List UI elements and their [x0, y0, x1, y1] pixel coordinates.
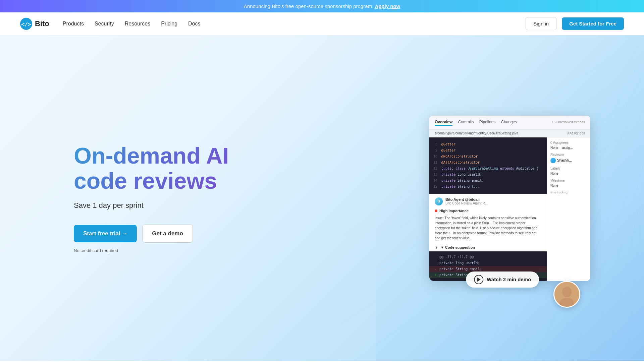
code-line-10: 10 @NoArgsConstructor — [429, 154, 547, 160]
svg-point-3 — [562, 287, 572, 297]
card-body: 8 @Getter 9 @Setter 10 @NoArgsConstructo… — [429, 137, 590, 281]
play-triangle — [477, 277, 481, 282]
code-line-12: 12 public class UserJiraSetting extends … — [429, 166, 547, 172]
agent-name: Bito Agent @bitoa... — [445, 197, 488, 201]
code-line-15: 15 private String t... — [429, 184, 547, 190]
issue-text: Issue: The 'token' field, which likely c… — [429, 214, 547, 244]
reviewer-row: Shashik... — [550, 158, 587, 163]
no-credit-text: No credit card required — [74, 248, 229, 253]
tab-pipelines[interactable]: Pipelines — [479, 119, 496, 126]
agent-avatar: B — [435, 197, 443, 205]
card-main: 8 @Getter 9 @Setter 10 @NoArgsConstructo… — [429, 137, 547, 281]
get-started-button[interactable]: Get Started for Free — [562, 17, 624, 30]
navbar-right: Sign in Get Started for Free — [526, 17, 624, 30]
start-trial-button[interactable]: Start free trial → — [74, 225, 137, 242]
assignees-label: 0 Assignees — [550, 141, 587, 144]
reviewer-avatar — [550, 158, 556, 163]
unresolved-count: 16 unresolved threads — [552, 120, 585, 124]
svg-text:</>: </> — [21, 21, 31, 27]
tab-changes[interactable]: Changes — [501, 119, 517, 126]
agent-info: Bito Agent @bitoa... Bito Code Review Ag… — [445, 197, 488, 205]
nav-links: Products Security Resources Pricing Docs — [63, 21, 201, 27]
user-avatar-svg — [554, 282, 579, 307]
user-avatar-overlay — [553, 281, 580, 308]
get-demo-button[interactable]: Get a demo — [142, 225, 193, 243]
navbar-left: </> Bito Products Security Resources Pri… — [20, 18, 201, 30]
nav-pricing[interactable]: Pricing — [161, 21, 177, 26]
diff-context: private long userId; — [429, 260, 547, 266]
announcement-text: Announcing Bito's free open-source spons… — [244, 3, 373, 9]
red-dot — [435, 209, 437, 212]
hero-title: On-demand AI code reviews — [74, 143, 229, 193]
agent-subtitle: Bito Code Review Agent R... — [445, 201, 488, 205]
card-header: Overview Commits Pipelines Changes 16 un… — [429, 116, 590, 129]
code-review-card: Overview Commits Pipelines Changes 16 un… — [429, 116, 590, 281]
announcement-bar: Announcing Bito's free open-source spons… — [0, 0, 644, 12]
code-suggestion: ▼ ▼ Code suggestion — [429, 244, 547, 251]
navbar: </> Bito Products Security Resources Pri… — [0, 12, 644, 35]
code-line-13: 13 private Long userId; — [429, 172, 547, 178]
nav-security[interactable]: Security — [95, 21, 114, 26]
card-tabs: Overview Commits Pipelines Changes — [435, 119, 517, 126]
reviewer-label: Reviewer — [550, 153, 587, 157]
importance-badge: High importance — [429, 207, 547, 214]
hero-subtitle: Save 1 day per sprint — [74, 201, 229, 210]
milestone-value: None — [550, 184, 587, 187]
code-area: 8 @Getter 9 @Setter 10 @NoArgsConstructo… — [429, 137, 547, 194]
labels-label: Labels — [550, 167, 587, 170]
play-icon — [474, 275, 483, 284]
code-line-11: 11 @AllArgsConstructor — [429, 160, 547, 166]
tab-commits[interactable]: Commits — [458, 119, 474, 126]
hero-buttons: Start free trial → Get a demo — [74, 225, 229, 243]
reviewer-name: Shashik... — [557, 159, 572, 162]
side-panel: 0 Assignees None – assig... Reviewer Sha… — [547, 137, 590, 281]
suggestion-label: ▼ Code suggestion — [440, 245, 475, 249]
hero-visual: Overview Commits Pipelines Changes 16 un… — [429, 116, 590, 281]
suggestion-chevron: ▼ — [435, 245, 438, 249]
nav-products[interactable]: Products — [63, 21, 84, 26]
importance-label: High importance — [439, 209, 469, 213]
milestone-label: Milestone — [550, 179, 587, 182]
logo-text: Bito — [35, 19, 49, 28]
tab-overview[interactable]: Overview — [435, 119, 452, 126]
labels-value: None — [550, 172, 587, 175]
bito-logo-icon: </> — [20, 18, 32, 30]
code-line-14: 14 private String email; — [429, 178, 547, 184]
time-tracking: time tracking — [550, 191, 587, 194]
nav-resources[interactable]: Resources — [125, 21, 150, 26]
card-filepath: src/main/java/com/bito/mgmt/entity/User/… — [429, 129, 590, 137]
hero-content: On-demand AI code reviews Save 1 day per… — [74, 143, 229, 253]
comment-header: B Bito Agent @bitoa... Bito Code Review … — [429, 194, 547, 207]
hero-section: On-demand AI code reviews Save 1 day per… — [0, 35, 644, 361]
signin-button[interactable]: Sign in — [526, 17, 556, 30]
watch-badge[interactable]: Watch 2 min demo — [466, 272, 539, 288]
logo[interactable]: </> Bito — [20, 18, 49, 30]
announcement-link[interactable]: Apply now — [375, 3, 400, 9]
nav-docs[interactable]: Docs — [188, 21, 200, 26]
code-line-9: 9 @Setter — [429, 147, 547, 154]
comment-area: B Bito Agent @bitoa... Bito Code Review … — [429, 194, 547, 281]
watch-label: Watch 2 min demo — [487, 277, 531, 282]
code-line-8: 8 @Getter — [429, 141, 547, 147]
diff-header: @@ -11,7 +11,7 @@ — [429, 254, 547, 260]
